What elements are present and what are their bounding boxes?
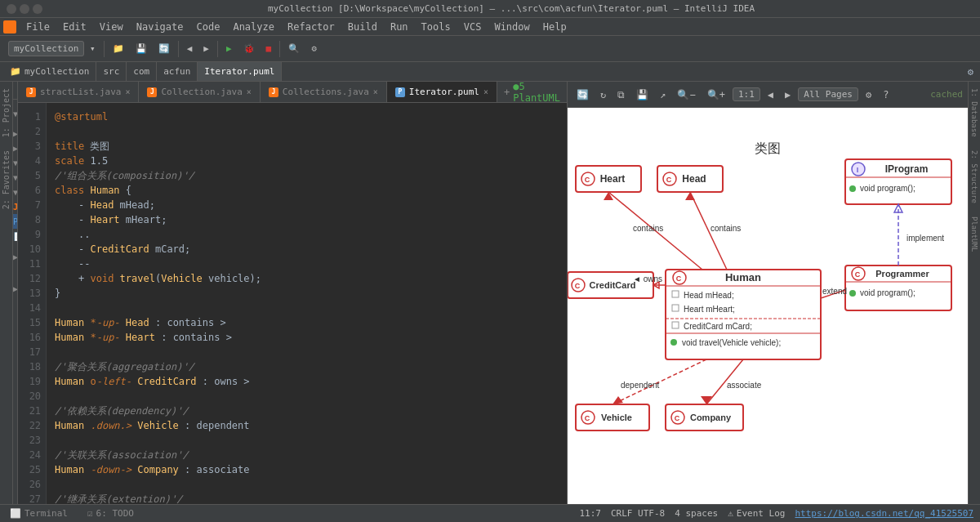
line-num-27: 27	[23, 492, 41, 504]
tab-iterator-puml[interactable]: P Iterator.puml ×	[387, 82, 497, 102]
menu-tools[interactable]: Tools	[415, 20, 457, 34]
toolbar-open-btn[interactable]: 📁	[108, 41, 129, 56]
toolbar-settings-btn[interactable]: ⚙	[306, 41, 322, 56]
tree-item-mycollection[interactable]: ▼ 📁 myCollection D:\Workspace\myCollec..…	[13, 101, 17, 126]
tab-collections[interactable]: J Collections.java ×	[261, 82, 387, 102]
nav-tab-acfun[interactable]: acfun	[157, 62, 198, 81]
tree-item-external-libs[interactable]: ▶ 📚 External Libraries	[13, 243, 17, 270]
programmer-method-dot	[849, 290, 856, 297]
implement-label: implement	[906, 234, 944, 243]
menu-help[interactable]: Help	[537, 20, 573, 34]
pt-zoom-out-btn[interactable]: 🔍−	[673, 87, 699, 102]
pt-help-btn[interactable]: ?	[879, 87, 893, 102]
menu-analyze[interactable]: Analyze	[226, 20, 281, 34]
toolbar-project-dropdown[interactable]: myCollection ▾	[3, 41, 100, 56]
code-content[interactable]: @startuml title 类图 scale 1.5 /'组合关系(comp…	[47, 103, 567, 504]
toolbar-debug-btn[interactable]: 🐞	[238, 41, 260, 56]
menu-window[interactable]: Window	[488, 20, 536, 34]
tree-item-idea[interactable]: ▶ 📁 .idea	[13, 126, 17, 141]
tab-label-iterator: Iterator.puml	[409, 87, 479, 97]
extend-label: extend	[822, 287, 847, 296]
menu-file[interactable]: File	[20, 20, 56, 34]
tree-item-src[interactable]: ▼ 📂 src	[13, 155, 17, 170]
pt-prev-btn[interactable]: ◀	[764, 87, 777, 102]
pt-settings-btn[interactable]: ⚙	[862, 87, 875, 102]
bottom-tab-todo[interactable]: ☑ 6: TODO	[78, 505, 144, 522]
tab-plus[interactable]: + ●5 PlantUML	[497, 82, 567, 102]
bottom-tab-terminal[interactable]: ⬜ Terminal	[0, 505, 78, 522]
toolbar: myCollection ▾ 📁 💾 🔄 ◀ ▶ ▶ 🐞 ■ 🔍 ⚙	[0, 36, 980, 62]
close-icon-stractlist[interactable]: ×	[125, 87, 130, 96]
event-log-label[interactable]: Event Log	[737, 508, 786, 519]
human-c-label: C	[676, 274, 682, 283]
toolbar-search-btn[interactable]: 🔍	[283, 41, 305, 56]
menu-refactor[interactable]: Refactor	[281, 20, 341, 34]
close-button[interactable]	[7, 4, 16, 14]
toolbar-back-btn[interactable]: ◀	[182, 41, 198, 56]
toolbar-save-btn[interactable]: 💾	[131, 41, 152, 56]
nav-tab-src[interactable]: src	[96, 62, 127, 81]
line-num-6: 6	[23, 183, 41, 198]
close-icon-collection[interactable]: ×	[247, 87, 252, 96]
pt-refresh2-btn[interactable]: ↻	[596, 87, 610, 102]
line-num-5: 5	[23, 168, 41, 183]
creditcard-c-label: C	[575, 282, 581, 290]
pt-external-btn[interactable]: ↗	[656, 87, 670, 102]
nav-settings-btn[interactable]: ⚙	[968, 66, 973, 78]
pt-refresh-btn[interactable]: 🔄	[572, 87, 593, 102]
pt-copy-btn[interactable]: ⧉	[613, 87, 629, 102]
line-num-1: 1	[23, 109, 41, 124]
human-field2-box	[672, 305, 679, 311]
terminal-icon: ⬜	[10, 508, 21, 519]
puml-icon: P	[13, 216, 17, 226]
line-num-3: 3	[23, 139, 41, 154]
maximize-button[interactable]	[33, 4, 42, 14]
left-tab-project[interactable]: 1: Project	[0, 82, 12, 144]
pages-display[interactable]: All Pages	[798, 87, 858, 101]
tree-item-collectiondemo[interactable]: J CollectionDemo01	[13, 199, 17, 214]
menu-run[interactable]: Run	[384, 20, 415, 34]
tree-item-acfun[interactable]: ▼ 📦 acfun	[13, 185, 17, 199]
tree-item-out[interactable]: ▶ 📁 out	[13, 141, 17, 155]
minimize-button[interactable]	[20, 4, 29, 14]
line-num-24: 24	[23, 448, 41, 462]
tab-stractlist[interactable]: J stractList.java ×	[18, 82, 139, 102]
code-editor: 1 2 3 4 5 6 7 8 9 10 11 12 13 14 15 16 1…	[18, 103, 567, 504]
right-tab-structure[interactable]: 2: Structure	[969, 144, 980, 210]
tree-item-iterator-puml[interactable]: P Iterator.puml	[13, 214, 17, 229]
line-num-9: 9	[23, 227, 41, 242]
plantuml-content: 类图 C Heart C Head I IProgram void progra…	[568, 108, 968, 504]
right-tab-plantuml[interactable]: PlantUML	[969, 210, 980, 258]
right-tab-database[interactable]: 1: Database	[969, 82, 980, 144]
toolbar-refresh-btn[interactable]: 🔄	[154, 41, 175, 56]
nav-tab-project[interactable]: 📁 myCollection	[3, 62, 96, 81]
menu-bar: File Edit View Navigate Code Analyze Ref…	[0, 18, 980, 36]
tree-item-com[interactable]: ▼ 📦 com	[13, 170, 17, 185]
toolbar-forward-btn[interactable]: ▶	[198, 41, 214, 56]
tree-item-scratches[interactable]: ▶ 📝 Scratches and Consoles	[13, 270, 17, 307]
tab-collection[interactable]: J Collection.java ×	[139, 82, 260, 102]
toolbar-stop-btn[interactable]: ■	[261, 41, 277, 56]
status-indent: 4 spaces	[675, 508, 718, 519]
menu-vcs[interactable]: VCS	[457, 20, 488, 34]
left-tab-favorites[interactable]: 2: Favorites	[0, 144, 12, 216]
tree-item-mycollection-iml[interactable]: 📄 myCollection.iml	[13, 229, 17, 243]
company-label: Company	[690, 413, 732, 422]
pt-zoom-in-btn[interactable]: 🔍+	[703, 87, 729, 102]
human-field3-box	[672, 322, 679, 328]
close-icon-collections[interactable]: ×	[373, 87, 378, 96]
menu-build[interactable]: Build	[341, 20, 384, 34]
blog-link[interactable]: https://blog.csdn.net/qq_41525507	[795, 508, 973, 519]
menu-view[interactable]: View	[93, 20, 130, 34]
toolbar-run-btn[interactable]: ▶	[221, 41, 237, 56]
menu-edit[interactable]: Edit	[56, 20, 93, 34]
close-icon-iterator[interactable]: ×	[483, 87, 488, 96]
nav-tab-com[interactable]: com	[127, 62, 157, 81]
head-label: Head	[682, 173, 706, 185]
pt-save-btn[interactable]: 💾	[632, 87, 653, 102]
menu-navigate[interactable]: Navigate	[130, 20, 190, 34]
pt-next-btn[interactable]: ▶	[781, 87, 795, 102]
menu-code[interactable]: Code	[190, 20, 227, 34]
nav-tab-iterator[interactable]: Iterator.puml	[198, 62, 282, 81]
tree-arrow-scratches: ▶	[13, 284, 17, 293]
